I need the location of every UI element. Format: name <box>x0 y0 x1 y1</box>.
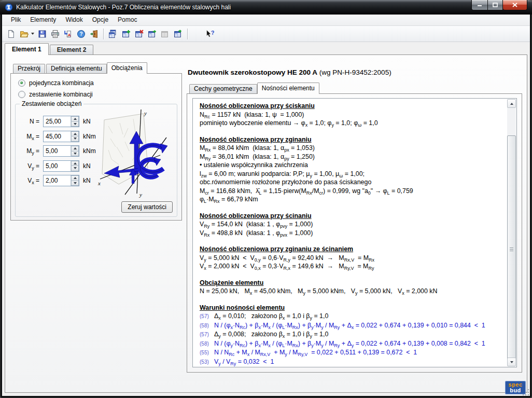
spin-up-button[interactable] <box>71 131 79 137</box>
menu-widok[interactable]: Widok <box>61 15 87 25</box>
N-input[interactable] <box>44 116 71 127</box>
save-button[interactable] <box>36 28 48 40</box>
workspace: Element 1 Element 2 Przekrój Definicja e… <box>2 42 530 396</box>
spin-down-button[interactable] <box>71 122 79 127</box>
loads-panel: pojedyncza kombinacja zestawienie kombin… <box>10 73 182 221</box>
My-input[interactable] <box>44 146 71 156</box>
Mx-input[interactable] <box>44 131 71 142</box>
result-line: (57)Δx = 0,010; założono βx = 1,0 i βy =… <box>200 312 502 321</box>
tab-obciazenia[interactable]: Obciążenia <box>107 62 147 74</box>
spin-up-button[interactable] <box>71 161 79 167</box>
input-unit: kN <box>83 162 91 170</box>
print-button[interactable] <box>49 28 61 40</box>
result-heading: Nośność obliczeniowa przy zginaniu <box>200 135 502 144</box>
result-line: (57)Δy = 0,008; założono βx = 1,0 i βy =… <box>200 330 502 339</box>
open-file-dropdown-icon[interactable] <box>31 33 34 35</box>
input-label: N = <box>21 118 39 125</box>
svg-text:?: ? <box>211 30 214 36</box>
spin-up-button[interactable] <box>71 146 79 152</box>
input-unit: kN <box>83 118 91 125</box>
tab-element-1[interactable]: Element 1 <box>5 43 49 55</box>
result-line: • ustalenie współczynnika zwichrzenia <box>200 161 502 170</box>
menu-pomoc[interactable]: Pomoc <box>113 15 142 25</box>
scroll-up-button[interactable] <box>507 99 516 108</box>
new-document-button[interactable] <box>5 28 17 40</box>
radio-label: pojedyncza kombinacja <box>29 79 94 87</box>
tab-element-2[interactable]: Element 2 <box>50 45 94 54</box>
result-heading: Warunki nośności elementu <box>200 304 502 312</box>
Vx-spinner[interactable] <box>43 175 79 186</box>
tab-przekroj[interactable]: Przekrój <box>13 64 45 73</box>
close-button[interactable] <box>503 0 527 10</box>
section-title: Dwuteownik szerokostopowy HE 200 A (wg P… <box>188 68 391 76</box>
Vx-input[interactable] <box>44 175 71 186</box>
loads-groupbox: Zestawienie obciążeń N = kN <box>15 104 177 217</box>
input-row-Vx: Vx = kN <box>21 175 96 186</box>
My-spinner[interactable] <box>43 145 79 157</box>
spin-down-button[interactable] <box>71 166 79 171</box>
open-file-button[interactable] <box>18 28 30 40</box>
radio-icon[interactable] <box>18 91 25 98</box>
Vy-spinner[interactable] <box>43 160 79 172</box>
tab-nosnosci-elementu[interactable]: Nośności elementu <box>257 83 319 94</box>
result-heading: Nośność obliczeniowa przy ścinaniu <box>200 212 502 221</box>
logo-line2: bud <box>510 388 521 393</box>
tab-cechy-geometryczne[interactable]: Cechy geometryczne <box>189 84 257 93</box>
result-line: (58)N / (φy·NRc) + βx·Mx / (φL·MRx) + βy… <box>200 339 502 349</box>
result-line: MRy = 36,01 kNm (klasa: 1, αpy = 1,250) <box>200 153 502 161</box>
result-heading: Obciążenie elementu <box>200 279 502 287</box>
minimize-button[interactable] <box>471 0 488 10</box>
loads-3d-diagram: y y x <box>96 107 174 201</box>
add-element-button[interactable] <box>120 28 132 40</box>
result-line: (56)Vy = 5,000 kN < VRy,N = VRy·pierw(1-… <box>200 366 502 367</box>
section-title-norm: (wg PN-H-93452:2005) <box>317 68 391 76</box>
menu-elementy[interactable]: Elementy <box>25 15 61 25</box>
N-spinner[interactable] <box>43 116 79 127</box>
radio-icon[interactable] <box>18 79 25 87</box>
svg-text:?: ? <box>79 31 82 37</box>
result-line: pominięto wyboczenie elementu → φx = 1,0… <box>200 119 502 128</box>
result-heading: Nośność obliczeniowa przy zginaniu ze śc… <box>200 245 502 254</box>
radio-combination-set[interactable]: zestawienie kombinacji <box>18 91 93 98</box>
spin-up-button[interactable] <box>71 116 79 122</box>
menu-plik[interactable]: Plik <box>6 15 25 25</box>
scroll-thumb[interactable] <box>507 135 516 364</box>
Vy-input[interactable] <box>44 161 71 171</box>
insert-element-button[interactable] <box>146 28 158 40</box>
result-line: (53)Vy / VRy = 0,032 < 1 <box>200 358 502 367</box>
export-document-button[interactable]: A <box>62 28 74 40</box>
exit-button[interactable] <box>88 28 100 40</box>
results-scrollbar[interactable] <box>507 99 516 366</box>
result-line: Vy = 5,000 kN < V0,y = 0,6·VR,y = 92,40 … <box>200 254 502 263</box>
zero-values-button[interactable]: Zeruj wartości <box>121 201 173 213</box>
spin-down-button[interactable] <box>71 181 79 186</box>
window-controls <box>471 0 527 10</box>
results-area: Nośność obliczeniowa przy ściskaniu NRc … <box>192 98 517 367</box>
resize-grip[interactable] <box>523 389 529 395</box>
result-line: φL·MRx = 66,79 kNm <box>200 195 502 204</box>
scroll-down-button[interactable] <box>507 358 516 366</box>
input-row-Mx: Mx = kNm <box>21 131 96 142</box>
title-bar[interactable]: Kalkulator Elementów Stalowych - Poz.7 O… <box>0 0 532 15</box>
help-button[interactable]: ? <box>75 28 87 40</box>
result-line: N = 25,00 kN, Mx = 45,00 kNm, My = 5,000… <box>200 287 502 296</box>
axis-label-x: x <box>97 180 101 186</box>
export-element-button[interactable] <box>172 28 184 40</box>
tab-definicja-elementu[interactable]: Definicja elementu <box>46 64 107 73</box>
spin-up-button[interactable] <box>71 175 79 181</box>
input-label: Vy = <box>21 162 39 170</box>
delete-element-button[interactable] <box>133 28 145 40</box>
maximize-button[interactable] <box>488 0 503 10</box>
spin-down-button[interactable] <box>71 152 79 157</box>
element-page: Przekrój Definicja elementu Obciążenia p… <box>5 54 527 393</box>
copy-element-button[interactable] <box>107 28 119 40</box>
radio-single-combination[interactable]: pojedyncza kombinacja <box>18 79 94 87</box>
context-help-button[interactable]: ? <box>204 28 216 40</box>
Mx-spinner[interactable] <box>43 131 79 142</box>
menu-opcje[interactable]: Opcje <box>88 15 113 25</box>
result-line: (55)N / NRc + Mx / MRx,V + My / MRy,V = … <box>200 348 502 358</box>
spin-down-button[interactable] <box>71 136 79 142</box>
toolbar: A ? <box>2 26 530 42</box>
result-heading: Nośność obliczeniowa przy ściskaniu <box>200 102 502 111</box>
input-unit: kNm <box>83 147 96 155</box>
